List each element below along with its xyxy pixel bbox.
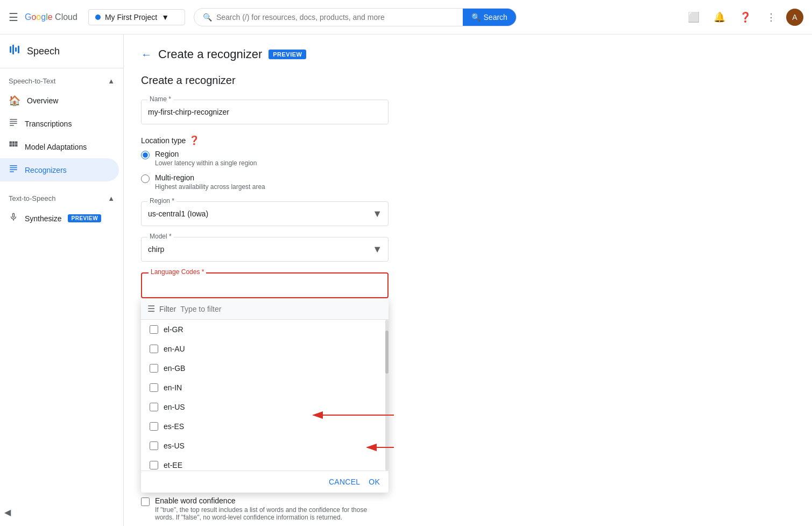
svg-rect-13 [15,144,18,147]
language-checkbox[interactable] [150,422,158,431]
speech-to-text-header[interactable]: Speech-to-Text ▲ [0,73,123,89]
radio-multiregion-input[interactable] [141,174,150,183]
top-nav: ☰ Google Cloud My First Project ▼ 🔍 🔍 Se… [0,0,812,34]
sidebar-item-recognizers[interactable]: Recognizers [0,158,119,181]
language-codes-dropdown: ☰ Filter el-GRen-AUen-GBen-INen-USes-ESe… [141,298,389,493]
nav-icons: ⬜ 🔔 ❓ ⋮ A [683,6,803,28]
language-code-label: en-AU [164,345,185,353]
model-field-group: Model * chirp ▼ [141,237,389,262]
project-selector[interactable]: My First Project ▼ [88,9,185,25]
region-field-group: Region * us-central1 (Iowa) ▼ [141,201,389,226]
filter-label: Filter [159,305,176,313]
model-select[interactable]: chirp [141,237,389,262]
menu-icon[interactable]: ☰ [9,11,18,24]
language-code-label: es-ES [164,422,184,431]
sidebar-item-overview[interactable]: 🏠 Overview [0,89,119,112]
language-codes-field: Language Codes * ☰ Filter el-GRen-AUen-G… [141,272,389,298]
language-checkbox[interactable] [150,364,158,373]
page-title: Create a recognizer [158,47,262,61]
region-radio-label: Region [155,150,257,158]
language-item[interactable]: en-AU [141,339,389,359]
main-content: ← Create a recognizer PREVIEW Create a r… [124,34,812,526]
radio-multiregion[interactable]: Multi-region Highest availability across… [141,173,795,191]
language-codes-border[interactable]: Language Codes * [141,272,389,298]
word-confidence-option: Enable word confidence If "true", the to… [141,496,389,521]
svg-rect-4 [10,119,17,120]
language-item[interactable]: el-GR [141,320,389,339]
language-list: el-GRen-AUen-GBen-INen-USes-ESes-USet-EE [141,320,389,471]
language-item[interactable]: es-ES [141,417,389,436]
location-type-label: Location type ❓ [141,135,795,145]
svg-rect-14 [10,165,17,166]
speech-app-icon [9,43,22,59]
svg-rect-17 [10,171,14,172]
svg-rect-5 [10,121,17,122]
language-item[interactable]: en-US [141,397,389,417]
svg-rect-1 [12,45,14,54]
language-code-label: en-IN [164,383,182,392]
language-item[interactable]: en-GB [141,359,389,378]
project-name: My First Project [105,13,157,22]
dropdown-footer: CANCEL OK [141,471,389,493]
name-input[interactable] [142,100,388,124]
location-type-group: Location type ❓ Region Lower latency wit… [141,135,795,191]
language-item[interactable]: en-IN [141,378,389,397]
location-type-help-icon[interactable]: ❓ [189,135,200,145]
filter-row: ☰ Filter [141,298,389,320]
language-checkbox[interactable] [150,345,158,353]
language-code-label: el-GR [164,325,183,334]
language-checkbox[interactable] [150,325,158,334]
search-input[interactable] [216,13,458,22]
help-icon-btn[interactable]: ❓ [735,6,756,28]
sidebar-item-synthesize[interactable]: Synthesize PREVIEW [0,207,119,230]
page-preview-badge: PREVIEW [269,50,306,59]
language-checkbox[interactable] [150,403,158,411]
search-btn-icon: 🔍 [471,13,481,22]
text-to-speech-header[interactable]: Text-to-Speech ▲ [0,190,123,207]
name-field-group: Name * [141,100,389,124]
text-to-speech-section: Text-to-Speech ▲ Synthesize PREVIEW [0,186,123,234]
terminal-icon-btn[interactable]: ⬜ [683,6,704,28]
dropdown-ok-button[interactable]: OK [369,478,380,486]
language-checkbox[interactable] [150,383,158,392]
language-checkbox[interactable] [150,461,158,469]
sidebar-item-transcriptions[interactable]: Transcriptions [0,112,119,135]
notifications-icon-btn[interactable]: 🔔 [709,6,730,28]
svg-rect-11 [10,144,12,147]
svg-rect-10 [15,142,18,144]
svg-rect-7 [10,125,14,126]
svg-rect-9 [12,142,15,144]
avatar[interactable]: A [786,9,803,26]
language-code-label: es-US [164,441,185,450]
language-code-label: en-GB [164,364,185,373]
svg-rect-8 [10,142,12,144]
filter-icon: ☰ [147,304,155,314]
search-button[interactable]: 🔍 Search [463,9,516,26]
language-item[interactable]: es-US [141,436,389,455]
chevron-up-icon-tts: ▲ [108,194,115,202]
more-options-icon-btn[interactable]: ⋮ [760,6,782,28]
region-radio-desc: Lower latency within a single region [155,159,257,167]
google-cloud-logo: Google Cloud [25,12,77,22]
dropdown-cancel-button[interactable]: CANCEL [329,478,360,486]
word-confidence-checkbox[interactable] [141,497,150,506]
filter-input[interactable] [180,305,382,313]
language-codes-label: Language Codes * [149,268,206,276]
region-field-label: Region * [147,197,176,205]
recognizers-icon [9,164,18,176]
model-icon [9,141,18,153]
radio-region-input[interactable] [141,151,150,159]
word-confidence-label: Enable word confidence [155,496,386,505]
sidebar-item-model-adaptations[interactable]: Model Adaptations [0,135,119,158]
language-item[interactable]: et-EE [141,455,389,471]
region-select[interactable]: us-central1 (Iowa) [141,201,389,226]
language-checkbox[interactable] [150,441,158,450]
svg-rect-12 [12,144,15,147]
svg-rect-3 [18,46,19,53]
sidebar-collapse-btn[interactable]: ◀ [4,507,11,517]
project-dot-icon [95,15,101,20]
radio-region[interactable]: Region Lower latency within a single reg… [141,150,795,167]
sidebar: Speech Speech-to-Text ▲ 🏠 Overview Trans… [0,34,124,526]
svg-rect-2 [15,47,17,52]
back-button[interactable]: ← [141,48,152,61]
